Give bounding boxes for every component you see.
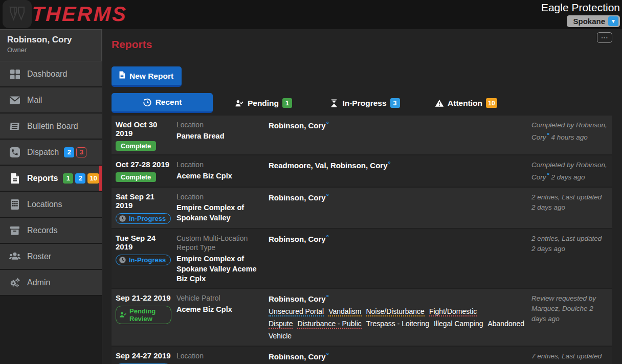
main-content: Reports ... New Report RecentPending1In-…: [102, 29, 622, 364]
report-personnel-cell: Robinson, Cory°Unsecured PortalVandalism…: [269, 289, 531, 346]
report-type: Location: [176, 160, 263, 170]
incident-tag[interactable]: Trespass - Loitering: [366, 320, 429, 328]
tab-label: Recent: [156, 98, 182, 107]
region-dropdown[interactable]: Spokane ▼: [567, 15, 620, 27]
sidebar-item-label: Dashboard: [27, 70, 67, 79]
report-type: Vehicle Patrol: [176, 293, 263, 303]
status-badge: In-Progress: [116, 213, 171, 224]
top-bar: THERMS Eagle Protection Spokane ▼: [0, 0, 622, 29]
report-type-cell: Vehicle PatrolAceme Biz Cplx: [176, 289, 269, 346]
person-check-icon: [235, 99, 244, 108]
report-status-info-cell: 2 entries, Last updated 2 days ago: [531, 188, 612, 228]
incident-tags: Unsecured PortalVandalismNoise/Disturban…: [269, 305, 526, 342]
incident-tag[interactable]: Unsecured Portal: [269, 307, 324, 316]
tab-recent[interactable]: Recent: [112, 93, 213, 113]
online-indicator-icon: °: [326, 293, 329, 301]
report-personnel-cell: Robinson, Cory°: [269, 347, 531, 364]
table-row[interactable]: Sep 21-22 2019Pending ReviewVehicle Patr…: [112, 289, 612, 347]
table-row[interactable]: Sat Sep 21 2019In-ProgressLocationEmpire…: [112, 188, 612, 229]
status-info-text: 7 entries, Last updated 2 days ago: [531, 352, 602, 364]
report-date-cell: Oct 27-28 2019Complete: [112, 155, 176, 187]
report-personnel-cell: Readmoore, Val, Robinson, Cory°: [269, 155, 531, 187]
clock-icon: [119, 256, 126, 264]
reports-file-icon: [7, 172, 23, 185]
sidebar-item-roster[interactable]: Roster: [0, 244, 102, 270]
report-date: Sep 21-22 2019: [116, 293, 171, 302]
report-type-cell: LocationAceme Biz Cplx: [176, 155, 269, 187]
report-type-cell: Location: [176, 347, 269, 364]
personnel-name: Robinson, Cory: [269, 193, 326, 202]
table-row[interactable]: Oct 27-28 2019CompleteLocationAceme Biz …: [112, 155, 612, 188]
tab-label: In-Progress: [342, 99, 386, 108]
records-box-icon: [7, 224, 23, 237]
sidebar-item-label: Bulletin Board: [27, 122, 78, 131]
sidebar-item-label: Dispatch: [27, 148, 59, 157]
status-info-text: 2 entries, Last updated 2 days ago: [531, 235, 602, 253]
status-info-text: 2 days ago: [549, 173, 585, 181]
table-row[interactable]: Sep 24-27 2019In-ProgressLocationRobinso…: [112, 347, 612, 364]
new-report-label: New Report: [129, 72, 173, 81]
count-badge: 1: [63, 173, 73, 184]
sidebar-item-dashboard[interactable]: Dashboard: [0, 61, 102, 87]
incident-tag[interactable]: Noise/Disturbance: [366, 307, 425, 316]
incident-tag[interactable]: Disturbance - Public: [297, 320, 361, 329]
report-status-info-cell: Review requested by Marquez, Doulche 2 d…: [531, 289, 612, 346]
tab-label: Pending: [248, 99, 279, 108]
report-date-cell: Sep 21-22 2019Pending Review: [112, 289, 176, 346]
region-label: Spokane: [573, 17, 605, 26]
sidebar-item-reports[interactable]: Reports1210: [0, 166, 102, 192]
org-block: Eagle Protection Spokane ▼: [541, 0, 622, 27]
page-title: Reports: [112, 38, 152, 51]
bulletin-board-icon: [7, 120, 23, 133]
report-type: Location: [176, 120, 263, 130]
report-date: Oct 27-28 2019: [116, 160, 171, 169]
status-label: Complete: [121, 142, 151, 150]
sidebar-item-records[interactable]: Records: [0, 218, 102, 244]
status-label: In-Progress: [129, 256, 166, 264]
caret-down-icon: ▼: [608, 16, 618, 26]
tab-in-progress[interactable]: In-Progress3: [314, 93, 415, 113]
status-info-text: Completed by: [531, 161, 576, 169]
status-badge: Pending Review: [116, 306, 171, 324]
sidebar-item-mail[interactable]: Mail: [0, 87, 102, 113]
mail-icon: [7, 94, 23, 107]
report-type: Location: [176, 351, 263, 361]
report-date-cell: Sat Sep 21 2019In-Progress: [112, 188, 176, 228]
count-badge: 2: [75, 173, 85, 184]
warning-triangle-icon: [435, 99, 444, 108]
report-type-cell: Custom Multi-Location Report TypeEmpire …: [176, 229, 269, 288]
report-personnel-cell: Robinson, Cory°: [269, 188, 531, 228]
sidebar-item-dispatch[interactable]: Dispatch23: [0, 140, 102, 166]
report-type: Location: [176, 192, 263, 202]
person-check-icon: [119, 311, 127, 318]
sidebar-badges: 23: [64, 147, 86, 157]
sidebar-item-bulletin-board[interactable]: Bulletin Board: [0, 113, 102, 140]
history-icon: [143, 98, 152, 107]
user-card[interactable]: Robinson, Cory Owner: [0, 29, 102, 61]
tab-attention[interactable]: Attention10: [415, 93, 517, 113]
count-badge: 3: [76, 147, 86, 157]
table-row[interactable]: Tue Sep 24 2019In-ProgressCustom Multi-L…: [112, 229, 612, 289]
table-row[interactable]: Wed Oct 30 2019CompleteLocationPanera Br…: [112, 116, 612, 155]
report-tabs: RecentPending1In-Progress3Attention10: [112, 93, 517, 113]
status-info-text: 2 entries, Last updated 2 days ago: [531, 193, 602, 211]
sidebar-item-label: Locations: [27, 200, 62, 209]
incident-tag[interactable]: Illegal Camping: [434, 320, 483, 328]
clock-icon: [119, 215, 126, 222]
tab-pending[interactable]: Pending1: [213, 93, 314, 113]
online-indicator-icon: °: [326, 234, 329, 241]
dispatch-phone-icon: [7, 146, 23, 159]
sidebar-item-locations[interactable]: Locations: [0, 192, 102, 218]
more-options-button[interactable]: ...: [597, 32, 612, 43]
user-role: Owner: [7, 46, 101, 54]
count-badge: 10: [87, 173, 99, 184]
status-badge: In-Progress: [116, 255, 171, 265]
status-info-text: 4 hours ago: [549, 133, 588, 141]
personnel-name: Robinson, Cory: [269, 235, 326, 243]
report-status-info-cell: Completed by Robinson, Cory° 2 days ago: [531, 155, 612, 187]
report-type: Custom Multi-Location Report Type: [176, 234, 263, 253]
incident-tag[interactable]: Vandalism: [328, 307, 361, 316]
sidebar-item-admin[interactable]: Admin: [0, 270, 102, 296]
new-report-button[interactable]: New Report: [112, 66, 182, 87]
app-logo: THERMS: [0, 0, 127, 28]
